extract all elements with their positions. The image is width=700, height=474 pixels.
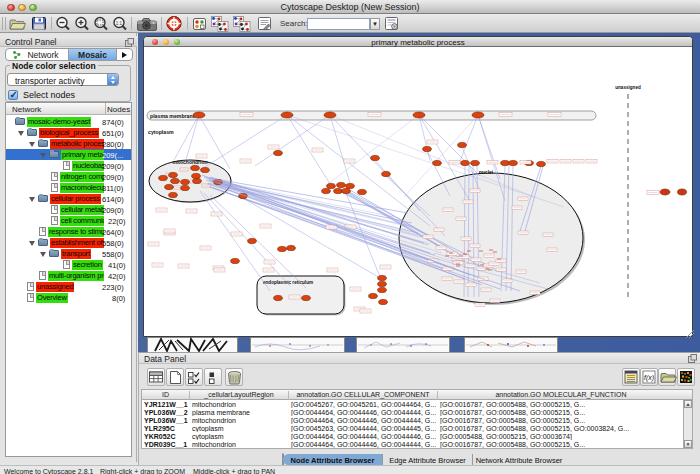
svg-text:1:1: 1:1 xyxy=(116,21,123,26)
svg-text:plasma membrane: plasma membrane xyxy=(150,113,196,119)
svg-text:nuclei: nuclei xyxy=(479,169,494,175)
svg-text:f(x): f(x) xyxy=(644,374,654,382)
svg-text:mitochondrion: mitochondrion xyxy=(173,159,208,165)
svg-text:cytoplasm: cytoplasm xyxy=(148,129,174,135)
svg-text:unassigned: unassigned xyxy=(615,85,641,90)
